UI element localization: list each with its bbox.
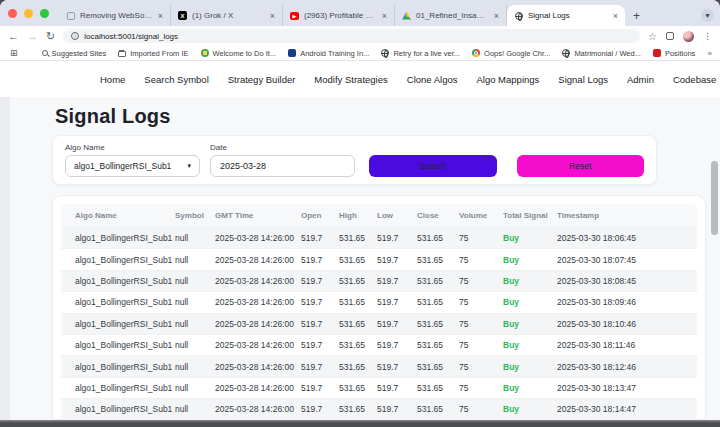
tab-strip: Removing WebSocket from A × X (1) Grok /… <box>0 0 720 26</box>
date-input[interactable] <box>210 155 355 177</box>
tab-removing-websocket[interactable]: Removing WebSocket from A × <box>59 5 171 26</box>
cell-volume: 75 <box>459 362 503 372</box>
tab-youtube[interactable]: ▶ (2963) Profitable Strategy U × <box>283 5 395 26</box>
col-gmt-time: GMT Time <box>215 211 301 220</box>
nav-item-strategy-builder[interactable]: Strategy Builder <box>228 74 296 85</box>
close-icon[interactable]: × <box>494 11 499 21</box>
maximize-window-button[interactable] <box>40 9 49 18</box>
positions-icon <box>653 49 661 57</box>
tab-title: (2963) Profitable Strategy U <box>304 11 377 20</box>
search-button[interactable]: Search <box>369 155 497 177</box>
cell-high: 531.65 <box>339 255 377 265</box>
cell-algo: algo1_BollingerRSI_Sub1 <box>75 319 175 329</box>
bookmark-star-icon[interactable]: ☆ <box>648 31 657 42</box>
cell-timestamp: 2025-03-30 18:07:45 <box>557 255 697 265</box>
forward-button[interactable]: → <box>27 31 38 42</box>
algo-name-select[interactable]: algo1_BollingerRSI_Sub1 ▾ <box>65 155 200 177</box>
nav-item-algo-mappings[interactable]: Algo Mappings <box>476 74 539 85</box>
cell-low: 519.7 <box>377 276 417 286</box>
browser-menu-icon[interactable]: ⋮ <box>703 31 712 41</box>
table-row: algo1_BollingerRSI_Sub1null2025-03-28 14… <box>61 355 697 376</box>
back-button[interactable]: ← <box>8 31 19 42</box>
close-icon[interactable]: × <box>382 11 387 21</box>
cell-signal: Buy <box>503 404 557 414</box>
tab-title: Removing WebSocket from A <box>80 11 153 20</box>
col-low: Low <box>377 211 417 220</box>
tab-signal-logs-active[interactable]: Signal Logs × <box>507 5 625 26</box>
screen-edge-strip <box>0 97 10 420</box>
table-row: algo1_BollingerRSI_Sub1null2025-03-28 14… <box>61 291 697 312</box>
col-high: High <box>339 211 377 220</box>
algo-name-label: Algo Name <box>65 143 200 152</box>
address-bar[interactable]: i localhost:5001/signal_logs <box>63 29 640 43</box>
tab-title: 01_Refined_Insane_Strategy <box>416 11 489 20</box>
cell-volume: 75 <box>459 233 503 243</box>
cell-close: 531.65 <box>417 297 459 307</box>
bookmark-oops-google-chrome[interactable]: Oops! Google Chr... <box>472 49 550 58</box>
bookmark-retry-live[interactable]: Retry for a live ver... <box>381 49 460 58</box>
cell-signal: Buy <box>503 233 557 243</box>
globe-icon <box>562 49 570 57</box>
nav-item-clone-algos[interactable]: Clone Algos <box>407 74 458 85</box>
screen-bottom-edge <box>0 420 720 427</box>
cell-symbol: null <box>175 255 215 265</box>
cell-gmt: 2025-03-28 14:26:00 <box>215 404 301 414</box>
bookmark-android-training[interactable]: Android Training In... <box>288 49 369 58</box>
nav-item-modify-strategies[interactable]: Modify Strategies <box>314 74 387 85</box>
new-tab-button[interactable]: + <box>633 9 640 23</box>
bookmark-matrimonial[interactable]: Matrimonial / Wed... <box>562 49 641 58</box>
close-icon[interactable]: × <box>270 11 275 21</box>
cell-algo: algo1_BollingerRSI_Sub1 <box>75 404 175 414</box>
cell-algo: algo1_BollingerRSI_Sub1 <box>75 383 175 393</box>
close-icon[interactable]: × <box>613 11 618 21</box>
signal-logs-table-card: Algo Name Symbol GMT Time Open High Low … <box>52 195 706 420</box>
minimize-window-button[interactable] <box>24 9 33 18</box>
nav-item-codebase[interactable]: Codebase <box>673 74 716 85</box>
site-info-icon[interactable]: i <box>71 32 79 40</box>
tab-drive-doc[interactable]: 01_Refined_Insane_Strategy × <box>395 5 507 26</box>
bookmarks-overflow-icon[interactable]: » <box>707 49 711 58</box>
bookmark-label: Android Training In... <box>300 49 369 58</box>
nav-item-home[interactable]: Home <box>100 74 125 85</box>
cell-algo: algo1_BollingerRSI_Sub1 <box>75 362 175 372</box>
bookmark-welcome-to-do-it[interactable]: Welcome to Do It... <box>201 49 277 58</box>
cell-close: 531.65 <box>417 404 459 414</box>
cell-volume: 75 <box>459 297 503 307</box>
cell-algo: algo1_BollingerRSI_Sub1 <box>75 297 175 307</box>
bookmark-imported-from-ie[interactable]: Imported From IE <box>118 49 188 58</box>
reset-button[interactable]: Reset <box>517 155 645 177</box>
cell-symbol: null <box>175 276 215 286</box>
nav-item-search-symbol[interactable]: Search Symbol <box>144 74 208 85</box>
cell-timestamp: 2025-03-30 18:06:45 <box>557 233 697 243</box>
profile-avatar[interactable] <box>683 31 694 42</box>
tab-list-chevron-icon[interactable]: ▾ <box>701 9 714 22</box>
reload-button[interactable]: ↻ <box>46 31 55 42</box>
cell-volume: 75 <box>459 255 503 265</box>
close-icon[interactable]: × <box>158 11 163 21</box>
cell-algo: algo1_BollingerRSI_Sub1 <box>75 233 175 243</box>
page-scrollbar-thumb[interactable] <box>711 161 718 235</box>
extensions-icon[interactable] <box>666 32 674 40</box>
url-text: localhost:5001/signal_logs <box>84 32 178 41</box>
cell-open: 519.7 <box>301 276 339 286</box>
browser-window: Removing WebSocket from A × X (1) Grok /… <box>0 0 720 420</box>
cell-signal: Buy <box>503 297 557 307</box>
cell-high: 531.65 <box>339 297 377 307</box>
cell-open: 519.7 <box>301 297 339 307</box>
tab-grok[interactable]: X (1) Grok / X × <box>171 5 283 26</box>
cell-close: 531.65 <box>417 233 459 243</box>
apps-grid-icon[interactable]: ⊞ <box>10 48 18 58</box>
drive-icon <box>402 11 411 20</box>
bookmark-suggested-sites[interactable]: Suggested Sites <box>42 49 107 58</box>
close-window-button[interactable] <box>8 9 17 18</box>
window-controls <box>8 0 49 26</box>
nav-item-admin[interactable]: Admin <box>627 74 654 85</box>
cell-close: 531.65 <box>417 255 459 265</box>
cell-open: 519.7 <box>301 233 339 243</box>
bookmark-positions[interactable]: Positions <box>653 49 695 58</box>
bookmark-label: Imported From IE <box>130 49 188 58</box>
cell-gmt: 2025-03-28 14:26:00 <box>215 276 301 286</box>
cell-symbol: null <box>175 383 215 393</box>
nav-item-signal-logs[interactable]: Signal Logs <box>558 74 608 85</box>
android-icon <box>288 49 296 57</box>
